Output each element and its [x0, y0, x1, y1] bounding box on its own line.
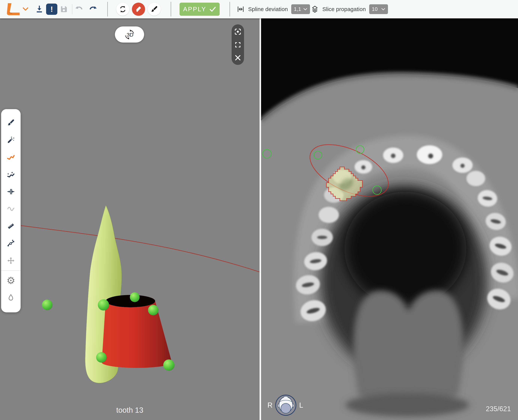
model-caption: tooth 13: [0, 406, 259, 414]
apply-label: APPLY: [183, 6, 206, 13]
brush-tool-button[interactable]: [148, 3, 161, 16]
focus-target-button[interactable]: [234, 28, 242, 36]
chevron-down-icon[interactable]: [22, 0, 29, 18]
rotate-tool-button[interactable]: [116, 3, 129, 16]
check-icon: [209, 6, 216, 12]
redo-button[interactable]: [88, 0, 98, 18]
tool-palette: ⚙: [1, 109, 21, 312]
slice-propagation-group: Slice propagation 10: [311, 0, 388, 18]
toolbar-divider: [107, 2, 108, 16]
auto-spline-icon: [7, 170, 15, 179]
toolbar-divider: [72, 4, 72, 14]
tool-droplet[interactable]: [2, 289, 20, 306]
dental-segmentation-app: !: [0, 0, 518, 420]
slice-propagation-value: 10: [372, 6, 378, 12]
save-icon: [59, 5, 69, 14]
chevron-down-icon: [381, 8, 385, 10]
tool-brush[interactable]: [2, 114, 20, 131]
report-icon: !: [46, 4, 57, 15]
layers-icon: [311, 5, 319, 13]
report-button[interactable]: !: [46, 0, 57, 18]
palette-divider: [1, 270, 21, 271]
magic-wand-icon: [7, 135, 15, 144]
brush-icon: [150, 5, 158, 13]
control-sphere[interactable]: [42, 300, 52, 310]
ct-slice-scene[interactable]: [261, 18, 518, 420]
eraser-tool-button[interactable]: [132, 3, 145, 16]
tool-bezier-node[interactable]: [2, 235, 20, 252]
undo-button[interactable]: [74, 0, 84, 18]
control-sphere[interactable]: [163, 360, 174, 371]
merge-collapse-icon: [7, 187, 15, 196]
slice-propagation-label: Slice propagation: [322, 6, 366, 12]
ruler-icon: [7, 222, 15, 230]
sine-curve-icon: [7, 205, 15, 213]
axis-spline-line[interactable]: [21, 225, 259, 272]
slice-counter: 235/621: [486, 405, 511, 413]
tool-settings-gear[interactable]: ⚙: [2, 272, 20, 289]
3d-viewport[interactable]: 3D: [0, 18, 259, 420]
tool-magic-wand[interactable]: [2, 131, 20, 149]
download-icon: [35, 5, 44, 14]
rotate-sync-icon: [119, 5, 127, 13]
apply-button[interactable]: APPLY: [179, 3, 220, 16]
report-glyph: !: [50, 5, 53, 14]
control-sphere[interactable]: [148, 305, 159, 315]
toolbar-divider: [229, 2, 230, 16]
eraser-icon: [134, 5, 143, 13]
fullscreen-button[interactable]: [234, 41, 241, 48]
focus-target-icon: [234, 28, 242, 36]
tool-polyline-spline[interactable]: [2, 149, 20, 166]
ct-viewport[interactable]: R L 235/621: [261, 18, 518, 420]
gear-icon: ⚙: [7, 276, 15, 285]
spline-deviation-group: Spline deviation 1,1: [237, 0, 310, 18]
polyline-spline-icon: [7, 153, 15, 161]
pan-move-icon: [7, 256, 15, 265]
control-sphere[interactable]: [96, 352, 107, 363]
slice-propagation-dropdown[interactable]: 10: [369, 4, 388, 14]
tool-auto-spline[interactable]: [2, 166, 20, 183]
arrows-horizontal-icon: [237, 5, 245, 13]
orientation-widget[interactable]: R L: [265, 394, 305, 416]
head-orientation-icon: [275, 394, 297, 416]
crown-segment-mesh[interactable]: [102, 301, 172, 368]
control-sphere[interactable]: [130, 292, 140, 302]
spline-deviation-dropdown[interactable]: 1,1: [291, 4, 310, 14]
3d-viewport-controls: [232, 24, 244, 65]
top-toolbar: !: [0, 0, 518, 18]
download-button[interactable]: [35, 0, 44, 18]
tool-merge-collapse[interactable]: [2, 183, 20, 200]
brand-logo-icon: [3, 2, 22, 16]
tool-sine-curve[interactable]: [2, 200, 20, 218]
close-icon: [234, 54, 242, 61]
control-sphere[interactable]: [98, 299, 109, 310]
undo-icon: [74, 4, 84, 14]
brush-icon: [7, 118, 15, 127]
spline-deviation-label: Spline deviation: [248, 6, 288, 12]
brand-logo[interactable]: [3, 0, 22, 18]
save-button[interactable]: [59, 0, 69, 18]
toolbar-divider: [171, 2, 171, 16]
orientation-left-label: L: [297, 401, 305, 409]
chevron-down-icon: [303, 8, 307, 10]
orientation-right-label: R: [265, 401, 275, 409]
tool-pan-move[interactable]: [2, 252, 20, 269]
droplet-icon: [7, 293, 15, 302]
bezier-node-icon: [7, 239, 15, 248]
tool-ruler[interactable]: [2, 218, 20, 235]
fullscreen-icon: [234, 41, 241, 48]
close-button[interactable]: [234, 54, 242, 61]
3d-scene[interactable]: [0, 18, 259, 420]
rotate-3d-icon: 3D: [119, 28, 140, 41]
workspace: 3D: [0, 18, 518, 420]
redo-icon: [88, 4, 98, 14]
rotate-3d-button[interactable]: 3D: [115, 26, 144, 43]
rotate-3d-label: 3D: [127, 32, 133, 38]
spline-deviation-value: 1,1: [294, 6, 301, 12]
